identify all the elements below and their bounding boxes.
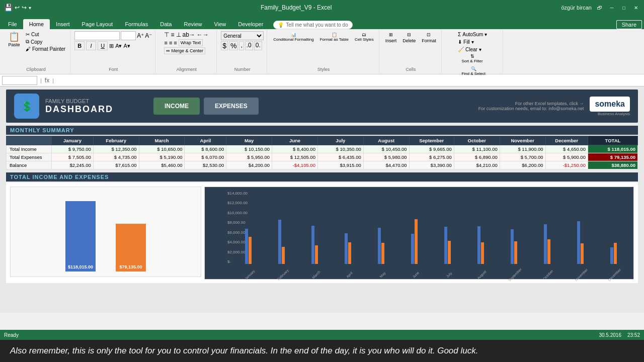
header-nav: INCOME EXPENSES (153, 98, 259, 115)
expenses-monthly-bar (381, 243, 384, 264)
cut-button[interactable]: ✂ Cut (24, 31, 67, 38)
cell-styles-button[interactable]: 🗂 Cell Styles (353, 31, 376, 43)
paste-button[interactable]: 📋 Paste (5, 31, 23, 48)
tab-file[interactable]: File (2, 19, 23, 29)
monthly-summary-section: MONTHLY SUMMARY January February March A… (6, 126, 638, 169)
underline-button[interactable]: U (98, 41, 108, 50)
percent-icon[interactable]: % (229, 41, 238, 50)
share-button[interactable]: Share (616, 20, 642, 29)
income-jun: $ 8,400.00 (272, 145, 318, 153)
bold-button[interactable]: B (74, 41, 85, 50)
copy-button[interactable]: ⧉ Copy (24, 38, 67, 45)
tell-me-text: Tell me what you want to do (286, 22, 348, 28)
expenses-monthly-bar (315, 245, 318, 264)
clear-icon: 🧹 (458, 47, 464, 52)
title-bar-left: 💾 ↩ ↪ ▾ (4, 4, 31, 12)
close-icon[interactable]: ✕ (632, 4, 640, 12)
styles-group: 📊 Conditional Formatting 📋 Format as Tab… (268, 30, 379, 73)
function-icon[interactable]: fx (45, 77, 49, 84)
save-icon[interactable]: 💾 (4, 4, 13, 12)
conditional-format-icon: 📊 (291, 32, 296, 37)
expenses-bar-value: $79,135.00 (119, 264, 142, 269)
tab-data[interactable]: Data (154, 19, 178, 29)
align-center-icon[interactable]: ≡ (169, 40, 172, 46)
border-icon[interactable]: ⊞ (109, 43, 114, 49)
table-row-expenses: Total Expenses $ 7,505.00 $ 4,735.00 $ 5… (7, 153, 638, 161)
name-box[interactable]: B8 (2, 76, 37, 85)
income-bar-col: $118,015.00 (65, 201, 96, 272)
fill-color-icon[interactable]: A▾ (115, 43, 122, 49)
format-painter-button[interactable]: 🖌 Format Painter (24, 46, 67, 52)
tab-page-layout[interactable]: Page Layout (76, 19, 119, 29)
insert-button[interactable]: ⊞ Insert (383, 31, 399, 44)
income-monthly-bar (411, 234, 414, 264)
tab-developer[interactable]: Developer (232, 19, 269, 29)
clear-button[interactable]: 🧹 Clear ▾ (456, 46, 483, 53)
restore-icon[interactable]: 🗗 (596, 4, 604, 12)
conditional-formatting-button[interactable]: 📊 Conditional Formatting (271, 31, 315, 43)
expenses-monthly-bar (481, 242, 484, 264)
tell-me-box[interactable]: 💡 Tell me what you want to do (273, 21, 352, 29)
comma-icon[interactable]: , (239, 41, 244, 50)
customize-icon[interactable]: ▾ (29, 5, 31, 11)
format-button[interactable]: ⊡ Format (420, 31, 438, 44)
font-name-input[interactable]: Calibri (74, 31, 120, 40)
exp-nov: $ 5,700.00 (500, 153, 545, 161)
sort-filter-button[interactable]: ⇅ Sort & Filter (459, 53, 485, 64)
font-group: Calibri 11 A⁺ A⁻ B I U ⊞ A▾ A▾ Font (71, 30, 155, 73)
income-button[interactable]: INCOME (153, 98, 200, 115)
user-name: özgür bircan (561, 5, 592, 11)
number-format-select[interactable]: General (221, 31, 264, 40)
font-shrink-icon[interactable]: A⁻ (145, 32, 152, 39)
fill-button[interactable]: ⬇ Fill ▾ (456, 39, 475, 45)
align-right-icon[interactable]: ≡ (174, 40, 177, 46)
find-select-button[interactable]: 🔍 Find & Select (459, 65, 488, 77)
expenses-button[interactable]: EXPENSES (204, 98, 259, 115)
align-top-icon[interactable]: ⊤ (164, 31, 169, 38)
merge-center-button[interactable]: ⇔ Merge & Center (164, 47, 205, 54)
table-header-row: January February March April May June Ju… (7, 136, 638, 145)
align-bottom-icon[interactable]: ⊥ (176, 31, 181, 38)
copy-label: Copy (31, 39, 42, 45)
cell-styles-icon: 🗂 (362, 32, 366, 37)
th-dec: December (545, 136, 588, 145)
wrap-text-button[interactable]: Wrap Text (179, 39, 203, 46)
font-color-icon[interactable]: A▾ (123, 43, 130, 49)
charts-container: $118,015.00 $79,135.00 $14,000.00 $12,00… (6, 183, 638, 283)
tab-view[interactable]: View (208, 19, 232, 29)
text-direction-icon[interactable]: ab→ (183, 31, 195, 38)
delete-icon: ⊟ (407, 32, 411, 37)
tab-insert[interactable]: Insert (50, 19, 76, 29)
tab-formulas[interactable]: Formulas (119, 19, 154, 29)
format-icon: ⊡ (427, 32, 431, 37)
currency-icon[interactable]: $ (221, 41, 228, 50)
align-left-icon[interactable]: ≡ (164, 40, 167, 46)
tab-home[interactable]: Home (23, 19, 50, 29)
decrease-decimal-icon[interactable]: 0. (254, 41, 262, 50)
undo-icon[interactable]: ↩ (15, 4, 20, 11)
someka-sub: Business Analysis (598, 112, 630, 116)
paste-icon: 📋 (9, 32, 20, 41)
delete-button[interactable]: ⊟ Delete (400, 31, 418, 44)
formula-input[interactable]: Total Expenses (57, 77, 642, 84)
app-title: Family_Budget_V9 - Excel (261, 4, 332, 11)
font-grow-icon[interactable]: A⁺ (137, 32, 144, 39)
redo-icon[interactable]: ↪ (22, 4, 27, 11)
ribbon: 📋 Paste ✂ Cut ⧉ Copy 🖌 Format Painter Cl… (0, 29, 644, 74)
font-label: Font (109, 67, 118, 72)
tab-review[interactable]: Review (178, 19, 208, 29)
indent-icon[interactable]: ←→ (197, 31, 209, 38)
th-aug: August (363, 136, 409, 145)
chart-x-labels: JanuaryFebruaryMarchAprilMayJuneJulyAugu… (232, 274, 629, 277)
maximize-icon[interactable]: □ (620, 4, 628, 12)
format-as-table-button[interactable]: 📋 Format as Table (318, 31, 351, 43)
month-bar-group (365, 191, 397, 264)
autosum-button[interactable]: Σ AutoSum ▾ (456, 31, 489, 38)
italic-button[interactable]: I (86, 41, 96, 50)
align-middle-icon[interactable]: ≡ (171, 31, 174, 38)
th-feb: February (93, 136, 139, 145)
minimize-icon[interactable]: ─ (608, 4, 616, 12)
font-size-input[interactable]: 11 (121, 31, 136, 40)
title-bar-right: özgür bircan 🗗 ─ □ ✕ (561, 4, 640, 12)
increase-decimal-icon[interactable]: .0 (245, 41, 253, 50)
